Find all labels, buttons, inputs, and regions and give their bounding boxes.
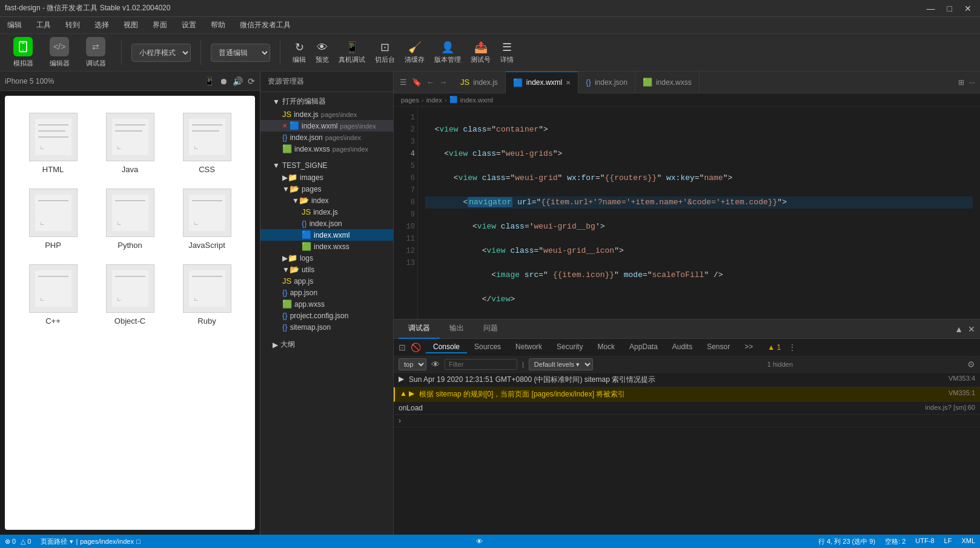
maximize-button[interactable]: □	[944, 4, 956, 13]
console-tab-sources[interactable]: Sources	[467, 341, 508, 353]
folder-logs[interactable]: ▶ 📁 logs	[260, 252, 393, 264]
console-tab-appdata[interactable]: AppData	[622, 341, 665, 353]
file-indexjs[interactable]: JS index.js	[260, 206, 393, 218]
eye-filter-icon[interactable]: 👁	[431, 359, 440, 369]
file-sitemapjson[interactable]: {} sitemap.json	[260, 321, 393, 333]
console-tab-audits[interactable]: Audits	[665, 341, 700, 353]
tab-indexjson[interactable]: {} index.json	[578, 72, 635, 93]
menu-interface[interactable]: 界面	[150, 19, 170, 32]
list-item[interactable]: ∟ PHP	[15, 181, 91, 257]
open-file-indexjson[interactable]: {} index.json pages\index	[260, 132, 393, 143]
list-item[interactable]: ∟ CSS	[168, 105, 245, 181]
more-tabs-icon[interactable]: ···	[969, 78, 975, 87]
preview-button[interactable]: 👁 预览	[313, 39, 331, 67]
background-button[interactable]: ⊡ 切后台	[372, 38, 397, 67]
close-file-icon[interactable]: ✕	[282, 122, 287, 129]
open-editors-toggle[interactable]: ▼ 打开的编辑器	[260, 95, 393, 109]
preview-icon[interactable]: 👁	[476, 538, 483, 545]
simulator-button[interactable]: 模拟器	[7, 35, 39, 70]
rotate-icon[interactable]: ⟳	[248, 76, 255, 86]
tab-debugger[interactable]: 调试器	[399, 319, 440, 339]
file-projectconfigjson[interactable]: {} project.config.json	[260, 310, 393, 321]
forward-icon[interactable]: →	[438, 76, 448, 88]
mode-selector[interactable]: 小程序模式 插件模式	[131, 44, 191, 62]
folder-utils[interactable]: ▼ 📂 utils	[260, 264, 393, 275]
context-selector[interactable]: top	[399, 358, 426, 370]
device-debug-button[interactable]: 📱 真机调试	[336, 38, 368, 67]
console-tab-mock[interactable]: Mock	[590, 341, 622, 353]
filter-input[interactable]	[445, 359, 517, 370]
open-file-indexjs[interactable]: JS index.js pages\index	[260, 109, 393, 120]
open-file-indexwxml[interactable]: ✕ 🟦 index.wxml pages\index	[260, 120, 393, 132]
minimize-button[interactable]: —	[923, 4, 939, 13]
console-tab-more[interactable]: >>	[737, 341, 760, 353]
version-manage-button[interactable]: 👤 版本管理	[432, 38, 463, 67]
phone-icon[interactable]: 📱	[204, 76, 214, 86]
outline-toggle[interactable]: ▶ 大纲	[260, 338, 393, 352]
log-prompt[interactable]: ›	[394, 415, 980, 427]
close-button[interactable]: ✕	[961, 4, 975, 13]
details-button[interactable]: ☰ 详情	[498, 38, 516, 67]
collapse-icon[interactable]: ▲	[955, 324, 963, 334]
close-panel-icon[interactable]: ✕	[968, 324, 975, 334]
folder-pages[interactable]: ▼ 📂 pages	[260, 183, 393, 195]
tab-close-icon[interactable]: ✕	[566, 79, 571, 86]
tab-problems[interactable]: 问题	[474, 319, 508, 339]
block-icon[interactable]: 🚫	[411, 343, 421, 352]
file-indexjson[interactable]: {} index.json	[260, 218, 393, 229]
tab-output[interactable]: 输出	[440, 319, 474, 339]
menu-wechat[interactable]: 微信开发者工具	[237, 19, 293, 32]
test-account-button[interactable]: 📤 测试号	[468, 38, 493, 67]
debugger-button[interactable]: ⇄ 调试器	[80, 35, 111, 70]
back-icon[interactable]: ←	[425, 76, 435, 88]
file-appjs[interactable]: JS app.js	[260, 275, 393, 287]
clear-cache-button[interactable]: 🧹 清缓存	[402, 38, 427, 67]
hamburger-icon[interactable]: ☰	[399, 76, 408, 88]
console-tab-security[interactable]: Security	[549, 341, 590, 353]
project-toggle[interactable]: ▼ TEST_SIGNE	[260, 159, 393, 172]
file-indexwxml[interactable]: 🟦 index.wxml	[260, 229, 393, 241]
code-content[interactable]: <view class="container"> <view class="we…	[418, 107, 980, 319]
menu-settings[interactable]: 设置	[179, 19, 199, 32]
compile-dropdown[interactable]: 普通编辑 自定义编译	[211, 44, 270, 62]
code-editor[interactable]: 1 2 3 4 5 6 7 8 9 10 11 12 13 <view clas…	[394, 107, 980, 319]
list-item[interactable]: ∟ Ruby	[168, 257, 245, 333]
open-file-indexwxss[interactable]: 🟩 index.wxss pages\index	[260, 143, 393, 155]
log-level-selector[interactable]: Default levels ▾	[529, 358, 593, 370]
folder-images[interactable]: ▶ 📁 images	[260, 172, 393, 183]
refresh-button[interactable]: ↻ 编辑	[290, 38, 308, 67]
list-item[interactable]: ∟ JavaScript	[168, 181, 245, 257]
split-editor-icon[interactable]: ⊞	[958, 78, 964, 87]
mode-dropdown[interactable]: 小程序模式 插件模式	[131, 44, 191, 62]
pointer-icon[interactable]: ⊡	[399, 343, 406, 352]
list-item[interactable]: ∟ HTML	[15, 105, 91, 181]
menu-goto[interactable]: 转到	[63, 19, 82, 32]
file-appwxss[interactable]: 🟩 app.wxss	[260, 298, 393, 310]
window-controls[interactable]: — □ ✕	[923, 4, 975, 13]
audio-icon[interactable]: 🔊	[233, 76, 243, 86]
bookmark-icon[interactable]: 🔖	[411, 76, 423, 88]
tab-indexwxml[interactable]: 🟦 index.wxml ✕	[506, 72, 578, 93]
menu-tools[interactable]: 工具	[34, 19, 53, 32]
list-item[interactable]: ∟ C++	[15, 257, 91, 333]
console-tab-sensor[interactable]: Sensor	[700, 341, 737, 353]
tab-indexwxss[interactable]: 🟩 index.wxss	[635, 72, 700, 93]
menu-view[interactable]: 视图	[121, 19, 141, 32]
editor-button[interactable]: </> 编辑器	[44, 35, 75, 70]
settings-icon[interactable]: ⋮	[788, 343, 796, 352]
menu-select[interactable]: 选择	[92, 19, 111, 32]
tab-more-options[interactable]: ⊞ ···	[953, 78, 980, 87]
console-tab-network[interactable]: Network	[508, 341, 549, 353]
console-tab-console[interactable]: Console	[426, 341, 467, 353]
menu-help[interactable]: 帮助	[208, 19, 228, 32]
file-appjson[interactable]: {} app.json	[260, 287, 393, 298]
tab-indexjs[interactable]: JS index.js	[453, 72, 506, 93]
record-icon[interactable]: ⏺	[219, 76, 228, 86]
list-item[interactable]: ∟ Python	[91, 181, 168, 257]
menu-edit[interactable]: 编辑	[5, 19, 24, 32]
list-item[interactable]: ∟ Java	[91, 105, 168, 181]
file-indexwxss[interactable]: 🟩 index.wxss	[260, 241, 393, 252]
console-settings-icon[interactable]: ⚙	[967, 359, 975, 369]
folder-index[interactable]: ▼ 📂 index	[260, 195, 393, 206]
list-item[interactable]: ∟ Object-C	[91, 257, 168, 333]
